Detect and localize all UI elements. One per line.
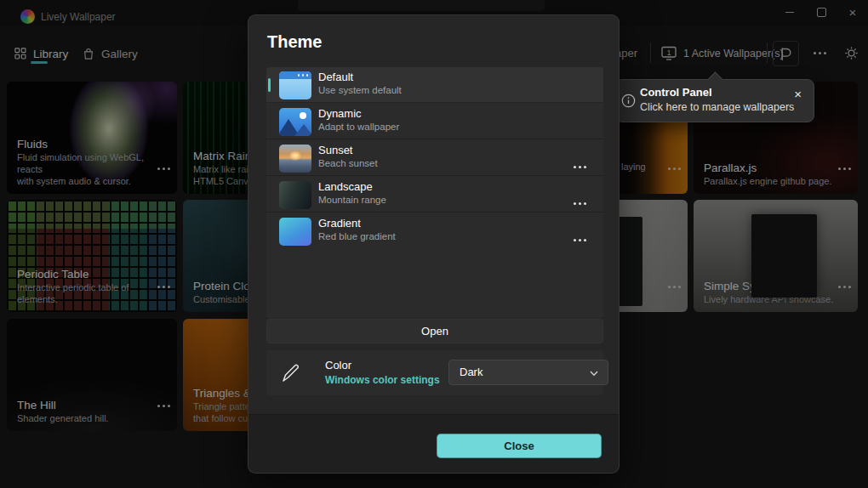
theme-item-gradient[interactable]: Gradient Red blue gradient [266, 213, 603, 249]
control-panel-teaching-tip: Control Panel Click here to manage wallp… [615, 79, 814, 122]
windows-color-settings-link[interactable]: Windows color settings [325, 374, 440, 386]
dialog-footer: Close [248, 414, 619, 473]
app-window: Lively Wallpaper × Library Gallery llpap… [0, 0, 868, 488]
theme-item-sunset[interactable]: Sunset Beach sunset [266, 140, 603, 176]
landscape-theme-icon [279, 181, 311, 209]
selected-indicator [268, 78, 271, 92]
theme-name: Gradient [318, 217, 361, 230]
dialog-title: Theme [267, 32, 322, 52]
theme-name: Dynamic [318, 107, 362, 120]
dropdown-value: Dark [460, 366, 483, 378]
tip-message: Click here to manage wallpapers [640, 101, 794, 113]
default-theme-icon [279, 71, 311, 99]
theme-desc: Beach sunset [318, 158, 378, 168]
theme-desc: Adapt to wallpaper [318, 122, 399, 132]
color-setting-row: Color Windows color settings Dark [266, 350, 603, 395]
ellipsis-icon [579, 166, 581, 168]
theme-menu-button[interactable] [577, 193, 583, 209]
theme-desc: Mountain range [318, 195, 386, 205]
theme-list: Default Use system default Dynamic Adapt… [266, 67, 603, 318]
chevron-down-icon [589, 368, 599, 378]
theme-dialog: Theme Default Use system default Dynamic… [248, 14, 620, 474]
theme-menu-button[interactable] [577, 156, 583, 173]
theme-desc: Red blue gradient [318, 231, 396, 241]
theme-name: Default [318, 71, 353, 83]
tip-title: Control Panel [640, 86, 712, 99]
info-icon [621, 94, 636, 108]
theme-item-dynamic[interactable]: Dynamic Adapt to wallpaper [266, 104, 603, 139]
color-label: Color [325, 359, 351, 372]
theme-desc: Use system default [318, 85, 402, 95]
theme-menu-button[interactable] [577, 230, 583, 246]
paintbrush-icon [280, 361, 299, 383]
open-button[interactable]: Open [266, 319, 603, 343]
dynamic-theme-icon [279, 108, 311, 136]
color-mode-dropdown[interactable]: Dark [448, 360, 608, 385]
theme-item-default[interactable]: Default Use system default [266, 67, 603, 103]
theme-name: Landscape [318, 180, 373, 193]
tip-close-button[interactable]: × [791, 85, 805, 103]
sunset-theme-icon [279, 145, 311, 173]
close-dialog-button[interactable]: Close [437, 434, 602, 458]
ellipsis-icon [579, 202, 581, 205]
theme-item-landscape[interactable]: Landscape Mountain range [266, 177, 603, 213]
theme-name: Sunset [318, 144, 352, 156]
ellipsis-icon [579, 239, 581, 241]
gradient-theme-icon [279, 218, 311, 246]
